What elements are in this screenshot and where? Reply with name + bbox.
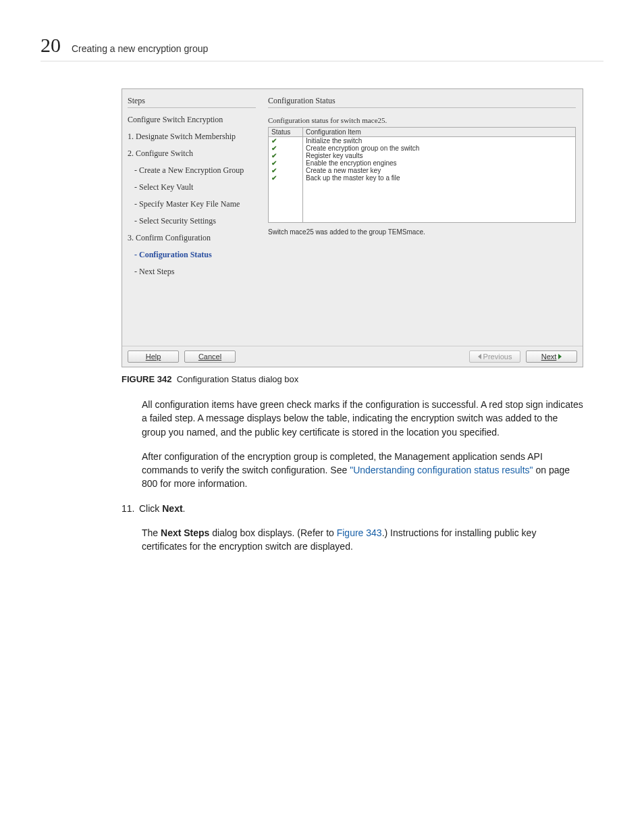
col-status: Status bbox=[269, 128, 303, 137]
check-icon: ✔ bbox=[269, 159, 303, 167]
check-icon: ✔ bbox=[269, 167, 303, 174]
step-configure-switch-encryption: Configure Switch Encryption bbox=[128, 115, 256, 125]
link-understanding-config-status[interactable]: "Understanding configuration status resu… bbox=[350, 465, 533, 475]
check-icon: ✔ bbox=[269, 174, 303, 182]
substep-next-steps: - Next Steps bbox=[134, 267, 256, 277]
chapter-title: Creating a new encryption group bbox=[72, 43, 208, 54]
status-table: Status Configuration Item ✔Initialize th… bbox=[268, 127, 576, 223]
status-message: Switch mace25 was added to the group TEM… bbox=[268, 228, 576, 236]
table-row: ✔Back up the master key to a file bbox=[269, 174, 576, 182]
substep-configuration-status: - Configuration Status bbox=[134, 250, 256, 260]
next-button[interactable]: Next bbox=[526, 350, 577, 363]
figure-caption: FIGURE 342 Configuration Status dialog b… bbox=[122, 374, 583, 384]
check-icon: ✔ bbox=[269, 152, 303, 159]
substep-select-key-vault: - Select Key Vault bbox=[134, 182, 256, 192]
chapter-number: 20 bbox=[41, 34, 61, 57]
page-header: 20 Creating a new encryption group bbox=[41, 34, 603, 61]
step-confirm-configuration: 3. Confirm Configuration bbox=[128, 233, 256, 243]
col-item: Configuration Item bbox=[303, 128, 576, 137]
substep-select-security: - Select Security Settings bbox=[134, 216, 256, 226]
previous-button[interactable]: Previous bbox=[469, 350, 520, 363]
table-row: ✔Enable the encryption engines bbox=[269, 159, 576, 167]
status-caption: Configuration status for switch mace25. bbox=[268, 116, 576, 124]
table-row: ✔Initialize the switch bbox=[269, 137, 576, 145]
configuration-status-pane: Configuration Status Configuration statu… bbox=[261, 89, 583, 346]
triangle-right-icon bbox=[558, 354, 562, 359]
body-paragraph: After configuration of the encryption gr… bbox=[142, 450, 583, 491]
cancel-button[interactable]: Cancel bbox=[184, 350, 236, 363]
help-button[interactable]: Help bbox=[128, 350, 179, 363]
status-heading: Configuration Status bbox=[268, 96, 576, 108]
dialog-button-bar: Help Cancel Previous Next bbox=[122, 346, 583, 367]
check-icon: ✔ bbox=[269, 137, 303, 145]
table-row: ✔Create encryption group on the switch bbox=[269, 145, 576, 152]
table-row: ✔Register key vaults bbox=[269, 152, 576, 159]
body-paragraph: The Next Steps dialog box displays. (Ref… bbox=[142, 526, 583, 554]
triangle-left-icon bbox=[478, 354, 481, 359]
step-11: 11.Click Next. bbox=[122, 502, 583, 515]
link-figure-343[interactable]: Figure 343 bbox=[337, 527, 382, 538]
substep-create-group: - Create a New Encryption Group bbox=[134, 165, 256, 176]
body-paragraph: All configuration items have green check… bbox=[142, 398, 583, 439]
table-row bbox=[269, 182, 576, 223]
substep-specify-master-key: - Specify Master Key File Name bbox=[134, 199, 256, 209]
wizard-steps-pane: Steps Configure Switch Encryption 1. Des… bbox=[122, 89, 261, 346]
check-icon: ✔ bbox=[269, 145, 303, 152]
step-designate-membership: 1. Designate Switch Membership bbox=[128, 132, 256, 142]
table-row: ✔Create a new master key bbox=[269, 167, 576, 174]
config-status-dialog: Steps Configure Switch Encryption 1. Des… bbox=[122, 88, 583, 367]
steps-heading: Steps bbox=[128, 96, 256, 108]
step-configure-switch: 2. Configure Switch bbox=[128, 149, 256, 159]
